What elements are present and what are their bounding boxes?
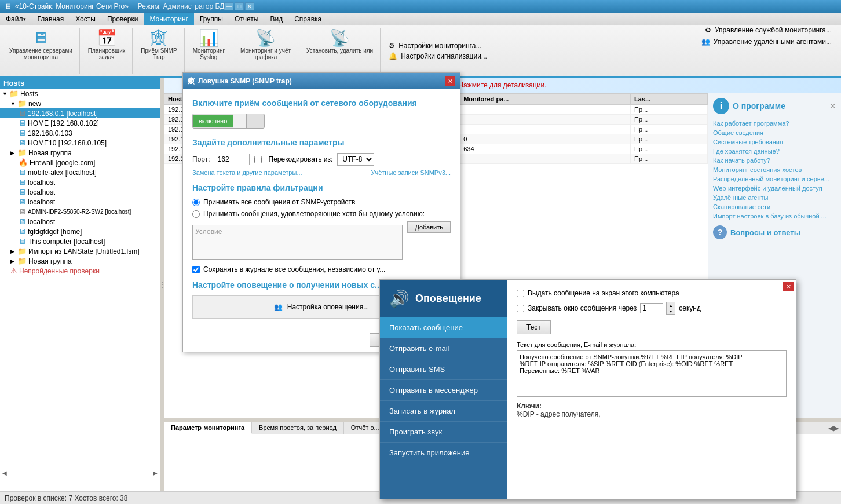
servers-label: Управление серверамимониторинга xyxy=(9,48,72,60)
tree-label-new: new xyxy=(28,100,41,108)
recode-select[interactable]: UTF-8 xyxy=(337,153,374,166)
port-input[interactable] xyxy=(215,154,250,165)
scroll-right-arrow[interactable]: ▶ xyxy=(153,470,158,476)
tree-new-group3[interactable]: ▶ 📁 Новая группа xyxy=(0,256,160,266)
info-link-1[interactable]: Общие сведения xyxy=(713,129,836,136)
info-link-4[interactable]: Как начать работу? xyxy=(713,157,836,164)
menu-checks[interactable]: Проверки xyxy=(101,13,144,25)
menu-reports[interactable]: Отчеты xyxy=(229,13,264,25)
ribbon-right-service[interactable]: ⚙ Управление службой мониторинга... xyxy=(705,26,832,34)
notify-dialog-close[interactable]: ✕ xyxy=(783,282,794,291)
tree-this-computer[interactable]: 🖥 This computer [localhost] xyxy=(0,236,160,246)
minimize-btn[interactable]: — xyxy=(224,2,233,10)
notify-menu-email[interactable]: Отправить e-mail xyxy=(380,338,507,359)
info-link-5[interactable]: Мониторинг состояния хостов xyxy=(713,166,836,173)
tree-label-loc1: localhost xyxy=(28,178,55,187)
ribbon-right-agents[interactable]: 👥 Управление удалёнными агентами... xyxy=(701,38,832,46)
status-text: Проверок в списке: 7 Хостов всего: 38 xyxy=(5,494,127,502)
tree-import[interactable]: ▶ 📁 Импорт из LANState [Untitled1.lsm] xyxy=(0,246,160,256)
tree-failed[interactable]: ⚠ Непройденные проверки xyxy=(0,266,160,276)
menu-groups[interactable]: Группы xyxy=(194,13,229,25)
replace-text-link[interactable]: Замена текста и другие параметры... xyxy=(192,169,302,176)
save-log-checkbox[interactable] xyxy=(192,266,200,273)
close-window-checkbox[interactable] xyxy=(517,305,524,312)
folder-icon-hosts: 📁 xyxy=(9,89,19,98)
show-message-checkbox[interactable] xyxy=(517,290,524,297)
add-condition-btn[interactable]: Добавить xyxy=(407,221,451,233)
info-link-0[interactable]: Как работает программа? xyxy=(713,120,836,127)
notify-menu-show-message[interactable]: Показать сообщение xyxy=(380,317,507,338)
radio-conditions[interactable]: Принимать сообщения, удовлетворяющие хот… xyxy=(192,210,451,218)
ribbon-btn-scheduler[interactable]: 📅 Планировщикзадач xyxy=(86,29,127,61)
maximize-btn[interactable]: □ xyxy=(235,2,244,10)
ribbon-btn-snmp[interactable]: 🕸 Приём SNMPTrap xyxy=(138,29,179,61)
seconds-input[interactable] xyxy=(640,303,663,313)
notify-menu-sms[interactable]: Отправить SMS xyxy=(380,359,507,380)
tree-new-group[interactable]: ▼ 📁 new xyxy=(0,98,160,108)
tree-item-192-0-103[interactable]: 🖥 192.168.0.103 xyxy=(0,128,160,138)
tree-label-admin: ADMIN-IDF2-S5850-R2-SW2 [localhost] xyxy=(28,209,131,215)
radio-all-messages[interactable]: Принимать все сообщения от SNMP-устройст… xyxy=(192,198,451,206)
folder-icon-import: 📁 xyxy=(17,247,27,255)
info-link-3[interactable]: Где хранятся данные? xyxy=(713,148,836,155)
tree-hosts-root[interactable]: ▼ 📁 Hosts xyxy=(0,89,160,98)
seconds-spinner[interactable]: ▲ ▼ xyxy=(666,302,675,315)
tree-admin[interactable]: 🖥 ADMIN-IDF2-S5850-R2-SW2 [localhost] xyxy=(0,207,160,217)
fg-icon: 🖥 xyxy=(19,227,26,236)
menu-help[interactable]: Справка xyxy=(288,13,327,25)
tab-downtime[interactable]: Время простоя, за период xyxy=(252,422,344,434)
ribbon-group-servers: 🖥 Управление серверамимониторинга xyxy=(2,28,80,74)
tab-right-icon[interactable]: ▶ xyxy=(833,424,839,432)
tree-new-group2[interactable]: ▶ 📁 Новая группа xyxy=(0,148,160,158)
spin-up-btn[interactable]: ▲ xyxy=(667,302,675,308)
menu-view[interactable]: Вид xyxy=(264,13,288,25)
menu-hosts[interactable]: Хосты xyxy=(70,13,101,25)
menu-file[interactable]: Файл xyxy=(0,13,32,25)
info-link-7[interactable]: Web-интерфейс и удалённый доступ xyxy=(713,185,836,192)
test-btn[interactable]: Тест xyxy=(517,320,551,334)
info-link-6[interactable]: Распределённый мониторинг и серве... xyxy=(713,176,836,182)
keys-text: %DIP - адрес получателя, xyxy=(517,410,601,418)
info-link-10[interactable]: Импорт настроек в базу из обычной ... xyxy=(713,213,836,220)
info-link-8[interactable]: Удалённые агенты xyxy=(713,194,836,201)
info-link-2[interactable]: Системные требования xyxy=(713,138,836,145)
radio-all-input[interactable] xyxy=(192,199,200,206)
show-message-row: Выдать сообщение на экран этого компьюте… xyxy=(517,289,787,297)
tree-localhost-1[interactable]: 🖥 localhost xyxy=(0,177,160,187)
recode-checkbox[interactable] xyxy=(254,156,262,163)
tree-localhost-2[interactable]: 🖥 localhost xyxy=(0,187,160,197)
tab-monitoring-param[interactable]: Параметр мониторинга xyxy=(164,422,252,434)
info-close-btn[interactable]: ✕ xyxy=(829,101,836,111)
notify-menu-sound[interactable]: Проиграть звук xyxy=(380,422,507,443)
close-btn[interactable]: ✕ xyxy=(245,2,254,10)
toggle-knob[interactable] xyxy=(233,114,247,128)
ribbon-btn-install[interactable]: 📡 Установить, удалить или xyxy=(304,29,375,55)
tree-firewall[interactable]: 🔥 Firewall [google.com] xyxy=(0,158,160,167)
toggle-switch[interactable]: включено xyxy=(192,114,265,129)
ribbon-btn-servers[interactable]: 🖥 Управление серверамимониторинга xyxy=(7,29,75,61)
spin-down-btn[interactable]: ▼ xyxy=(667,308,675,314)
notify-menu-messenger[interactable]: Отправить в мессенджер xyxy=(380,380,507,401)
ribbon-btn-syslog[interactable]: 📊 МониторингSyslog xyxy=(191,29,227,61)
tree-item-home10[interactable]: 🖥 HOME10 [192.168.0.105] xyxy=(0,138,160,148)
snmp-dialog-close[interactable]: ✕ xyxy=(445,76,455,86)
scroll-left-arrow[interactable]: ◀ xyxy=(2,470,7,476)
notify-menu-journal[interactable]: Записать в журнал xyxy=(380,401,507,422)
condition-input[interactable]: Условие xyxy=(192,225,403,260)
tree-mobile-alex[interactable]: 🖥 mobile-alex [localhost] xyxy=(0,167,160,177)
radio-cond-input[interactable] xyxy=(192,210,200,218)
tree-fgfdgfdgdf[interactable]: 🖥 fgfdgfdgdf [home] xyxy=(0,227,160,236)
tree-localhost-3[interactable]: 🖥 localhost xyxy=(0,197,160,207)
info-link-9[interactable]: Сканирование сети xyxy=(713,203,836,210)
notify-menu-launch[interactable]: Запустить приложение xyxy=(380,443,507,463)
tree-item-home-102[interactable]: 🖥 HOME [192.168.0.102] xyxy=(0,118,160,128)
menu-monitoring[interactable]: Мониторинг xyxy=(144,13,194,25)
menu-home[interactable]: Главная xyxy=(32,13,70,25)
ribbon-right-alarm-settings[interactable]: 🔔 Настройки сигнализации... xyxy=(389,52,832,60)
message-text-area[interactable]: Получено сообщение от SNMP-ловушки.%RET … xyxy=(517,350,787,397)
tab-left-icon[interactable]: ◀ xyxy=(828,424,833,432)
tree-item-192-0-1[interactable]: 🖥 192.168.0.1 [localhost] xyxy=(0,108,160,118)
snmpv3-link[interactable]: Учётные записи SNMPv3... xyxy=(371,169,451,176)
tree-localhost-4[interactable]: 🖥 localhost xyxy=(0,217,160,227)
ribbon-btn-traffic[interactable]: 📡 Мониторинг и учёттрафика xyxy=(238,29,293,61)
